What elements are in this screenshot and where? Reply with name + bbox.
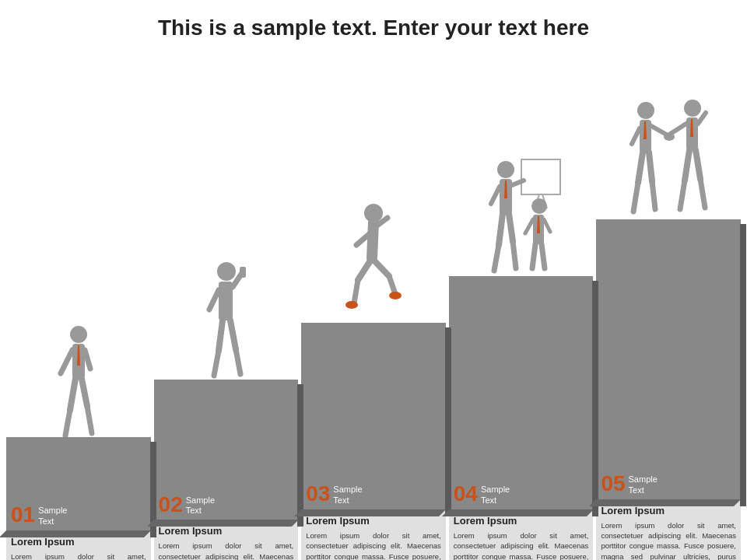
step-subtitle-4: Sample Text <box>481 483 510 506</box>
step-block-1: 01Sample Text <box>6 437 151 530</box>
step-subtitle-2: Sample Text <box>186 494 215 517</box>
text-panel-5: Lorem IpsumLorem ipsum dolor sit amet, c… <box>596 499 741 560</box>
svg-line-15 <box>214 351 219 376</box>
svg-line-25 <box>372 258 389 276</box>
svg-point-31 <box>497 161 514 178</box>
figure-handshake <box>596 95 741 219</box>
svg-point-40 <box>531 198 547 214</box>
svg-line-37 <box>494 245 499 271</box>
svg-line-14 <box>219 320 223 351</box>
svg-point-47 <box>637 102 654 119</box>
svg-line-13 <box>209 290 219 310</box>
step-subtitle-1: Sample Text <box>38 504 67 527</box>
step-number-2: 02 <box>159 494 183 516</box>
svg-point-9 <box>217 262 236 281</box>
svg-line-44 <box>544 219 550 232</box>
columns: 01Sample TextLorem IpsumLorem ipsum dolo… <box>0 95 747 560</box>
step-block-4: 04Sample Text <box>449 276 594 509</box>
lorem-body-2: Lorem ipsum dolor sit amet, consectetuer… <box>159 541 294 560</box>
lorem-body-4: Lorem ipsum dolor sit amet, consectetuer… <box>454 530 589 560</box>
svg-line-35 <box>491 187 500 204</box>
step-col-4: 04Sample TextLorem IpsumLorem ipsum dolo… <box>449 152 594 560</box>
step-head-4: 04Sample Text <box>449 478 594 509</box>
lorem-body-3: Lorem ipsum dolor sit amet, consectetuer… <box>306 530 441 560</box>
step-col-1: 01Sample TextLorem IpsumLorem ipsum dolo… <box>6 313 151 560</box>
figure-running <box>301 198 446 323</box>
svg-line-61 <box>698 113 706 124</box>
step-head-1: 01Sample Text <box>6 499 151 530</box>
figure-phone <box>154 255 299 380</box>
svg-line-5 <box>70 379 75 410</box>
svg-line-23 <box>354 280 358 303</box>
svg-line-26 <box>389 276 395 294</box>
svg-line-54 <box>649 152 652 181</box>
svg-point-60 <box>664 133 675 141</box>
step-col-5: 05Sample TextLorem IpsumLorem ipsum dolo… <box>596 95 741 560</box>
svg-line-36 <box>499 214 503 245</box>
svg-line-65 <box>700 179 705 208</box>
svg-line-6 <box>65 410 70 436</box>
svg-line-59 <box>669 124 686 135</box>
step-number-3: 03 <box>306 483 330 505</box>
svg-line-16 <box>230 320 236 349</box>
step-number-5: 05 <box>601 473 625 495</box>
step-number-4: 04 <box>454 483 478 505</box>
svg-line-43 <box>525 219 533 233</box>
figure-presenting <box>449 152 594 276</box>
svg-rect-28 <box>521 159 560 194</box>
svg-point-0 <box>70 326 87 343</box>
svg-point-27 <box>389 292 402 299</box>
svg-line-4 <box>85 350 90 369</box>
svg-line-46 <box>542 244 545 268</box>
step-block-3: 03Sample Text <box>301 323 446 509</box>
step-block-5: 05Sample Text <box>596 219 741 499</box>
svg-line-51 <box>632 128 640 144</box>
svg-rect-12 <box>240 267 246 278</box>
lorem-title-3: Lorem Ipsum <box>306 515 441 527</box>
figure-walking <box>6 313 151 437</box>
step-number-1: 01 <box>11 504 35 526</box>
svg-line-52 <box>638 152 643 183</box>
svg-line-63 <box>680 180 685 209</box>
svg-line-55 <box>652 181 655 209</box>
svg-line-17 <box>236 349 240 374</box>
steps-area: 01Sample TextLorem IpsumLorem ipsum dolo… <box>0 110 747 560</box>
step-col-3: 03Sample TextLorem IpsumLorem ipsum dolo… <box>301 198 446 560</box>
step-block-2: 02Sample Text <box>154 380 299 520</box>
step-subtitle-3: Sample Text <box>333 483 362 506</box>
step-head-3: 03Sample Text <box>301 478 446 509</box>
svg-line-22 <box>358 258 372 280</box>
svg-line-8 <box>87 406 92 433</box>
lorem-title-2: Lorem Ipsum <box>159 525 294 537</box>
svg-point-56 <box>684 100 701 117</box>
svg-line-62 <box>685 150 689 180</box>
lorem-body-1: Lorem ipsum dolor sit amet, consectetuer… <box>11 551 146 560</box>
step-head-5: 05Sample Text <box>596 468 741 499</box>
lorem-body-5: Lorem ipsum dolor sit amet, consectetuer… <box>601 520 736 560</box>
svg-line-38 <box>509 214 513 241</box>
svg-line-64 <box>696 150 700 179</box>
text-panel-3: Lorem IpsumLorem ipsum dolor sit amet, c… <box>301 509 446 560</box>
page-title: This is a sample text. Enter your text h… <box>0 0 747 48</box>
svg-line-3 <box>61 350 72 373</box>
text-panel-4: Lorem IpsumLorem ipsum dolor sit amet, c… <box>449 509 594 560</box>
svg-point-24 <box>345 301 358 309</box>
step-subtitle-5: Sample Text <box>629 473 658 496</box>
step-head-2: 02Sample Text <box>154 489 299 520</box>
step-col-2: 02Sample TextLorem IpsumLorem ipsum dolo… <box>154 255 299 560</box>
svg-line-39 <box>513 241 516 268</box>
svg-line-7 <box>82 379 87 406</box>
lorem-title-4: Lorem Ipsum <box>454 515 589 527</box>
svg-line-53 <box>633 183 638 212</box>
svg-line-45 <box>532 244 535 268</box>
